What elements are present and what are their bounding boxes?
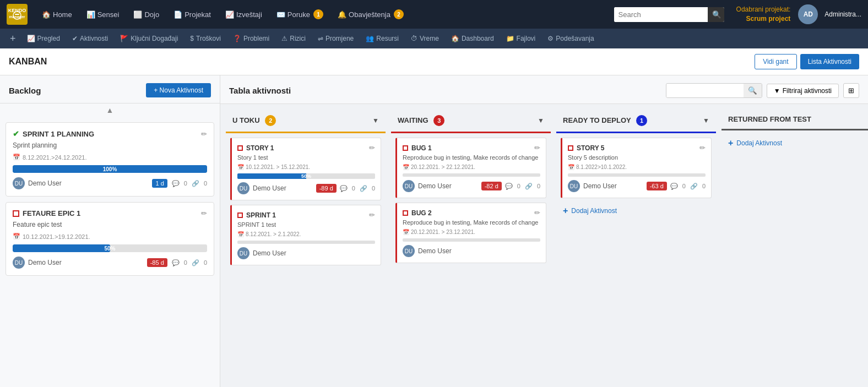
board-search: 🔍 [666, 83, 762, 98]
edit-icon[interactable]: ✏ [369, 144, 375, 152]
nav-dashboard[interactable]: 🏠 Dashboard [446, 32, 500, 45]
kanban-card-sprint1: SPRINT 1 ✏ SPRINT 1 test 📅 8.12.2021. > … [230, 205, 381, 265]
edit-icon[interactable]: ✏ [201, 209, 207, 217]
column-badge: 3 [433, 115, 444, 126]
add-activity-returned[interactable]: + Dodaj Aktivnost [726, 135, 868, 151]
kanban-card-desc: Reproduce bug in testing, Make records o… [403, 219, 540, 226]
troskovi-icon: $ [190, 35, 194, 42]
calendar-icon: 📅 [13, 154, 20, 161]
logo-icon: KENDO manager [7, 4, 28, 25]
board-search-button[interactable]: 🔍 [744, 84, 762, 97]
edit-icon[interactable]: ✏ [534, 144, 540, 152]
kanban-card-desc: Story 5 description [568, 154, 706, 161]
nav-aktivnosti[interactable]: ✔ Aktivnosti [67, 32, 113, 45]
svg-rect-4 [15, 14, 19, 15]
nav-poruke[interactable]: ✉️ Poruke 1 [271, 6, 329, 23]
logo[interactable]: KENDO manager [7, 4, 28, 25]
kanban-footer: DU Demo User -82 d 💬 0 🔗 0 [403, 180, 540, 192]
board-header: Tabla aktivnosti 🔍 ▼ Filtriraj aktivnost… [220, 75, 868, 104]
edit-icon[interactable]: ✏ [534, 209, 540, 217]
nova-aktivnost-button[interactable]: + Nova Aktivnost [146, 83, 211, 97]
fajlovi-icon: 📁 [506, 35, 514, 42]
kanban-card-desc: Story 1 test [237, 154, 375, 161]
nav-kljucni[interactable]: 🚩 Ključni Događaji [115, 32, 183, 45]
nav-fajlovi[interactable]: 📁 Fajlovi [501, 32, 541, 45]
column-returned-from-test: RETURNED FROM TEST ▼ + Dodaj Aktivnost [721, 110, 868, 387]
nav-projekat[interactable]: 📄 Projekat [168, 7, 216, 22]
edit-icon[interactable]: ✏ [699, 144, 706, 152]
square-icon [568, 145, 573, 151]
avatar[interactable]: AD [798, 4, 818, 24]
nav-sensei[interactable]: 📊 Sensei [81, 7, 125, 22]
calendar-icon: 📅 [13, 233, 20, 240]
edit-icon[interactable]: ✏ [369, 211, 375, 219]
day-badge: 1 d [152, 179, 167, 188]
column-header-waiting: WAITING 3 ▼ [391, 110, 551, 133]
comment-icon: 💬 [505, 183, 513, 190]
square-icon [13, 210, 19, 217]
board-title: Tabla aktivnosti [229, 86, 291, 95]
column-ready-to-deploy: READY TO DEPLOY 1 ▼ STORY 5 [556, 110, 716, 387]
comment-icon: 💬 [340, 185, 348, 192]
search-input[interactable] [614, 7, 708, 22]
card-title-row: ✔ SPRINT 1 PLANNING ✏ [13, 129, 207, 138]
filter-icon: ▼ [774, 87, 780, 95]
link-icon: 🔗 [525, 183, 533, 190]
column-body-returned: + Dodaj Aktivnost [721, 130, 868, 387]
kanban-card-title-row: SPRINT 1 ✏ [237, 211, 375, 219]
nav-problemi[interactable]: ❓ Problemi [227, 32, 275, 45]
search-button[interactable]: 🔍 [708, 7, 724, 22]
kanban-progress-text: 50% [237, 173, 375, 179]
nav-troskovi[interactable]: $ Troškovi [185, 32, 226, 45]
meta-icons: 💬 0 🔗 0 [172, 259, 207, 266]
svg-text:KENDO: KENDO [8, 8, 26, 13]
board-search-input[interactable] [666, 84, 744, 97]
kanban-no-progress [237, 241, 375, 244]
column-badge: 1 [636, 115, 647, 126]
card-title: ✔ SPRINT 1 PLANNING [13, 129, 94, 138]
add-nav-button[interactable]: + [6, 33, 20, 45]
nav-pregled[interactable]: 📈 Pregled [21, 32, 66, 45]
progress-bar: 100% [13, 165, 207, 173]
kanban-card-title: STORY 1 [237, 144, 274, 152]
column-body-waiting: BUG 1 ✏ Reproduce bug in testing, Make r… [391, 133, 551, 387]
chevron-down-icon[interactable]: ▼ [703, 117, 709, 124]
filter-button[interactable]: ▼ Filtriraj aktivnosti [767, 84, 839, 98]
sensei-icon: 📊 [86, 10, 95, 19]
nav-promjene[interactable]: ⇌ Promjene [312, 32, 359, 45]
chevron-down-icon[interactable]: ▼ [372, 117, 379, 124]
home-icon: 🏠 [42, 10, 51, 19]
nav-podesavanja[interactable]: ⚙ Podešavanja [542, 32, 599, 45]
backlog-card-sprint1planning: ✔ SPRINT 1 PLANNING ✏ Sprint planning 📅 … [6, 122, 214, 197]
nav-home[interactable]: 🏠 Home [36, 7, 78, 22]
board-columns: U TOKU 2 ▼ STORY 1 [220, 104, 868, 387]
scroll-up-arrow[interactable]: ▲ [0, 103, 220, 117]
page-title-bar: KANBAN Vidi gant Lista Aktivnosti [0, 48, 868, 75]
chevron-down-icon[interactable]: ▼ [538, 117, 544, 124]
calendar-icon: 📅 [568, 164, 574, 170]
square-icon [237, 212, 243, 218]
nav-obavjestenja[interactable]: 🔔 Obavještenja 2 [332, 6, 409, 23]
mini-avatar: DU [403, 180, 415, 192]
mini-avatar: DU [403, 245, 415, 257]
poruke-badge: 1 [313, 9, 323, 19]
kanban-card-title-row: BUG 2 ✏ [403, 209, 540, 217]
mini-avatar: DU [237, 247, 249, 259]
kanban-progress: 50% [237, 173, 375, 179]
nav-dojo[interactable]: ⬜ Dojo [128, 7, 165, 22]
column-waiting: WAITING 3 ▼ BUG 1 [391, 110, 551, 387]
card-desc: Sprint planning [13, 141, 207, 149]
nav-rizici[interactable]: ⚠ Rizici [276, 32, 311, 45]
aktivnosti-icon: ✔ [72, 35, 78, 42]
resursi-icon: 👥 [366, 35, 374, 42]
nav-vreme[interactable]: ⏱ Vreme [405, 32, 444, 45]
add-activity-ready[interactable]: + Dodaj Aktivnost [561, 203, 712, 219]
edit-icon[interactable]: ✏ [201, 130, 207, 138]
user-row: DU Demo User [13, 177, 62, 189]
problemi-icon: ❓ [233, 35, 241, 42]
lista-aktivnosti-button[interactable]: Lista Aktivnosti [800, 54, 859, 69]
vidi-gant-button[interactable]: Vidi gant [755, 54, 796, 69]
nav-resursi[interactable]: 👥 Resursi [360, 32, 404, 45]
nav-izvestaji[interactable]: 📈 Izveštaji [220, 7, 268, 22]
grid-view-button[interactable]: ⊞ [843, 83, 859, 98]
